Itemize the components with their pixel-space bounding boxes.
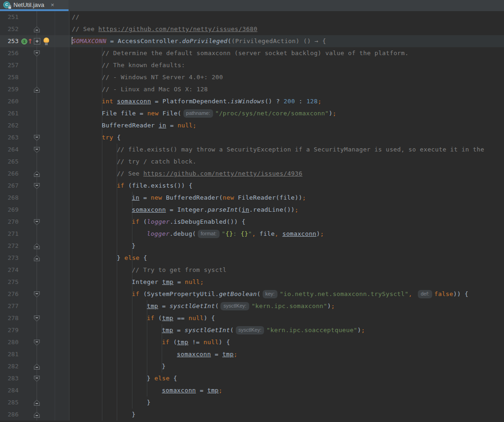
token-kw: null [185,278,200,285]
token-sm: getBoolean [219,290,257,297]
code-text[interactable]: BufferedReader in = null; [69,120,504,132]
code-text[interactable]: // - Linux and Mac OS X: 128 [69,83,504,95]
token-str: " [248,230,252,237]
code-text[interactable]: // The known defaults: [69,59,504,71]
token-uvar: in [132,194,139,201]
code-text[interactable]: } [69,397,504,409]
token-kw: else [154,375,170,382]
tab-netutil-java[interactable]: C NetUtil.java × [0,0,69,9]
code-text[interactable]: // - Windows NT Server 4.0+: 200 [69,71,504,83]
code-text[interactable]: try { [69,132,504,144]
fold-start-icon[interactable] [34,219,40,225]
code-text[interactable]: if (tmp != null) { [69,336,504,348]
code-line: 257// The known defaults: [0,59,504,71]
code-text[interactable]: somaxconn = tmp; [69,384,504,397]
token-pln: ) [358,327,361,334]
token-pln: = Integer. [166,206,208,213]
code-text[interactable]: } else { [69,252,504,264]
lock-icon [8,6,11,9]
gutter: 251 [0,11,69,23]
gutter: 252 [0,23,69,35]
tab-title: NetUtil.java [13,1,44,8]
line-number: 280 [0,336,19,348]
token-pln: { [113,134,120,141]
line-number: 259 [0,83,19,95]
line-number: 265 [0,156,19,168]
bookmark-icon[interactable]: 1↑ [21,38,33,44]
token-kw: if [132,290,139,297]
line-number: 275 [0,276,19,288]
code-text[interactable]: somaxconn = tmp; [69,348,504,360]
code-text[interactable]: if (SystemPropertyUtil.getBoolean(key:"i… [69,288,504,300]
intention-bulb-icon[interactable] [43,38,49,45]
token-pln: } [147,375,154,382]
code-text[interactable]: SOMAXCONN = AccessController.doPrivilege… [69,35,504,47]
fold-end-icon[interactable] [34,87,40,93]
gutter: 278 [0,312,69,324]
token-pln: = [196,387,208,394]
gutter: 257 [0,59,69,71]
code-text[interactable]: File file = new File(pathname:"/proc/sys… [69,107,504,120]
code-text[interactable]: } [69,240,504,252]
fold-end-icon[interactable] [34,412,40,418]
fold-end-icon[interactable] [34,364,40,370]
line-number: 258 [0,71,19,83]
gutter: 264 [0,144,69,156]
token-kw: null [189,315,204,321]
gutter: 283 [0,372,69,384]
token-uvar: tmp [222,351,234,358]
line-number: 251 [0,11,19,23]
code-text[interactable]: Integer tmp = null; [69,276,504,288]
code-text[interactable]: tmp = sysctlGetInt(sysctlKey:"kern.ipc.s… [69,324,504,336]
code-text[interactable]: if (tmp == null) { [69,312,504,324]
token-kw: new [147,110,159,117]
code-text[interactable]: // Try to get from sysctl [69,264,504,276]
gutter: 272 [0,240,69,252]
token-cm: // [72,13,79,20]
fold-start-icon[interactable] [34,147,40,153]
token-pln: .isDebugEnabled()) { [170,218,246,225]
code-text[interactable]: somaxconn = Integer.parseInt(in.readLine… [69,204,504,216]
line-number: 277 [0,300,19,312]
code-text[interactable]: tmp = sysctlGetInt(sysctlKey:"kern.ipc.s… [69,300,504,312]
token-cm: // Determine the default somaxconn (serv… [102,50,409,57]
code-text[interactable]: if (file.exists()) { [69,180,504,192]
fold-start-icon[interactable] [34,315,40,321]
fold-end-icon[interactable] [34,26,40,32]
fold-start-icon[interactable] [34,340,40,346]
code-text[interactable]: logger.debug(format:"{}: {}", file, soma… [69,228,504,240]
fold-start-icon[interactable] [34,135,40,141]
token-uvar: in [158,122,166,129]
code-line: 263try { [0,132,504,144]
code-text[interactable]: // See https://github.com/netty/netty/is… [69,168,504,180]
token-kw: else [125,254,140,261]
code-text[interactable]: // [69,11,504,23]
fold-start-icon[interactable] [34,50,40,57]
code-text[interactable]: // Determine the default somaxconn (serv… [69,47,504,59]
tab-close-icon[interactable]: × [50,1,54,8]
fold-end-icon[interactable] [34,400,40,406]
fold-expand-icon[interactable] [34,38,40,44]
code-text[interactable]: } [69,360,504,372]
code-text[interactable]: in = new BufferedReader(new FileReader(f… [69,192,504,204]
fold-end-icon[interactable] [34,255,40,261]
code-text[interactable]: } [69,409,504,421]
fold-start-icon[interactable] [34,183,40,189]
token-cm: // See [117,170,143,177]
line-number: 263 [0,132,19,144]
navigate-up-arrow-icon: ↑ [27,38,33,44]
code-text[interactable]: // See https://github.com/netty/netty/is… [69,23,504,35]
token-pln [412,290,416,297]
fold-start-icon[interactable] [34,291,40,297]
code-text[interactable]: // file.exists() may throw a SecurityExc… [69,144,504,156]
fold-start-icon[interactable] [34,376,40,382]
code-line: 272} [0,240,504,252]
line-number: 276 [0,288,19,300]
fold-end-icon[interactable] [34,171,40,177]
code-text[interactable]: if (logger.isDebugEnabled()) { [69,216,504,228]
code-text[interactable]: int somaxconn = PlatformDependent.isWind… [69,95,504,107]
code-text[interactable]: // try / catch block. [69,156,504,168]
code-text[interactable]: } else { [69,372,504,384]
code-line: 286} [0,409,504,421]
fold-end-icon[interactable] [34,243,40,249]
